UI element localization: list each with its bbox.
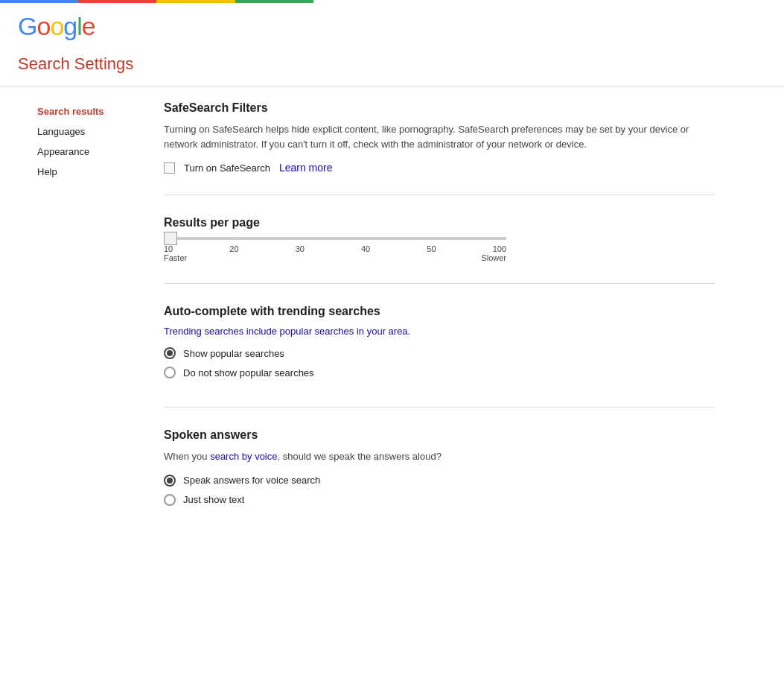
- spoken-radio-1[interactable]: [164, 475, 176, 487]
- slider-track: [164, 237, 506, 240]
- sidebar: Search results Languages Appearance Help: [0, 101, 149, 555]
- tick-50: 50: [427, 244, 436, 253]
- autocomplete-option-2: Do not show popular searches: [164, 367, 715, 378]
- tick-20: 20: [229, 244, 238, 253]
- safesearch-label: Turn on SafeSearch: [184, 162, 270, 174]
- spoken-option-1: Speak answers for voice search: [164, 475, 715, 487]
- slider-container: 10 20 30 40 50 100 Faster Slower: [164, 237, 715, 262]
- safesearch-title: SafeSearch Filters: [164, 101, 715, 115]
- slider-ticks: 10 20 30 40 50 100: [164, 244, 506, 253]
- slider-label-faster: Faster: [164, 253, 187, 262]
- sidebar-item-help[interactable]: Help: [37, 162, 149, 182]
- autocomplete-description: Trending searches include popular search…: [164, 326, 715, 337]
- spoken-answers-desc-text: When you search by voice, should we spea…: [164, 451, 442, 462]
- slider-labels: Faster Slower: [164, 253, 506, 262]
- settings-content: SafeSearch Filters Turning on SafeSearch…: [149, 101, 759, 555]
- spoken-answers-section: Spoken answers When you search by voice,…: [164, 428, 715, 534]
- safesearch-checkbox[interactable]: [164, 162, 175, 174]
- autocomplete-title: Auto-complete with trending searches: [164, 305, 715, 318]
- radio-inner-1: [167, 350, 173, 356]
- sidebar-item-search-results[interactable]: Search results: [37, 101, 149, 121]
- autocomplete-label-1: Show popular searches: [183, 348, 284, 359]
- autocomplete-option-1: Show popular searches: [164, 347, 715, 359]
- autocomplete-section: Auto-complete with trending searches Tre…: [164, 305, 715, 408]
- spoken-radio-inner-1: [167, 478, 173, 484]
- autocomplete-label-2: Do not show popular searches: [183, 367, 314, 378]
- voice-search-link[interactable]: search by voice: [210, 451, 277, 462]
- spoken-label-1: Speak answers for voice search: [183, 475, 320, 486]
- autocomplete-radio-1[interactable]: [164, 347, 176, 359]
- learn-more-link[interactable]: Learn more: [279, 162, 333, 174]
- sidebar-item-appearance[interactable]: Appearance: [37, 142, 149, 162]
- slider-thumb[interactable]: [164, 232, 177, 245]
- sidebar-item-languages[interactable]: Languages: [37, 121, 149, 142]
- main-layout: Search results Languages Appearance Help…: [0, 86, 784, 555]
- results-per-page-title: Results per page: [164, 216, 715, 229]
- tick-10: 10: [164, 244, 173, 253]
- spoken-radio-2[interactable]: [164, 494, 176, 506]
- safesearch-description: Turning on SafeSearch helps hide explici…: [164, 122, 715, 151]
- google-logo: Google: [18, 12, 95, 41]
- page-title: Search Settings: [0, 41, 784, 86]
- results-per-page-section: Results per page 10 20 30 40 50 100 Fast…: [164, 216, 715, 284]
- tick-100: 100: [493, 244, 506, 253]
- spoken-answers-title: Spoken answers: [164, 428, 715, 442]
- autocomplete-radio-2[interactable]: [164, 367, 176, 378]
- tick-40: 40: [361, 244, 370, 253]
- spoken-label-2: Just show text: [183, 494, 244, 505]
- spoken-option-2: Just show text: [164, 494, 715, 506]
- safesearch-section: SafeSearch Filters Turning on SafeSearch…: [164, 101, 715, 195]
- tick-30: 30: [296, 244, 305, 253]
- safesearch-row: Turn on SafeSearch Learn more: [164, 162, 715, 174]
- header: Google: [0, 3, 784, 41]
- spoken-answers-description: When you search by voice, should we spea…: [164, 449, 715, 464]
- slider-label-slower: Slower: [481, 253, 506, 262]
